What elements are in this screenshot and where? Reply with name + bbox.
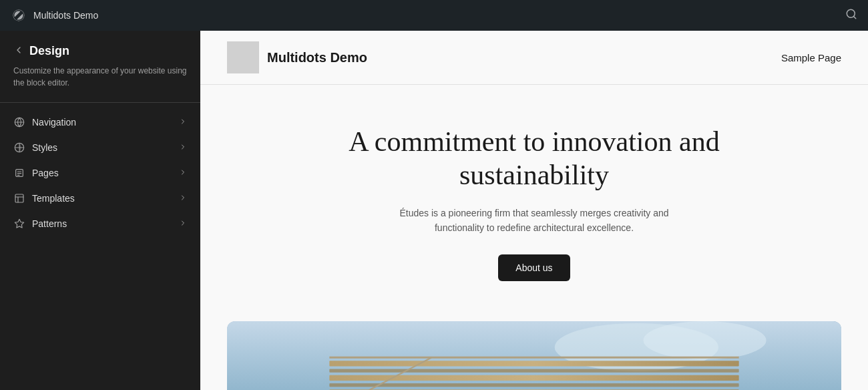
pages-chevron xyxy=(179,168,187,178)
hero-subtitle: Études is a pioneering firm that seamles… xyxy=(394,206,674,236)
wp-logo-icon xyxy=(11,7,27,23)
svg-line-12 xyxy=(853,16,855,18)
sample-page-link[interactable]: Sample Page xyxy=(781,52,841,63)
search-icon[interactable] xyxy=(845,8,857,23)
svg-marker-23 xyxy=(15,219,23,228)
navigation-icon xyxy=(13,116,25,128)
styles-icon xyxy=(13,142,25,154)
sidebar-item-templates[interactable]: Templates xyxy=(0,186,200,211)
sidebar-item-styles[interactable]: Styles xyxy=(0,135,200,160)
architecture-image xyxy=(227,321,841,390)
sidebar-menu: Navigation xyxy=(0,110,200,236)
sidebar: Design Customize the appearance of your … xyxy=(0,31,200,390)
svg-rect-20 xyxy=(15,194,23,202)
hero-title: A commitment to innovation and sustainab… xyxy=(334,125,734,192)
styles-label: Styles xyxy=(32,142,172,153)
site-title: Multidots Demo xyxy=(267,50,781,65)
admin-bar: Multidots Demo xyxy=(0,0,868,31)
navigation-label: Navigation xyxy=(32,117,172,128)
design-description: Customize the appearance of your website… xyxy=(0,65,200,102)
admin-bar-title: Multidots Demo xyxy=(33,10,839,21)
sidebar-item-navigation[interactable]: Navigation xyxy=(0,110,200,135)
site-header: Multidots Demo Sample Page xyxy=(200,31,868,85)
sidebar-item-pages[interactable]: Pages xyxy=(0,160,200,186)
patterns-icon xyxy=(13,218,25,230)
hero-section: A commitment to innovation and sustainab… xyxy=(200,85,868,308)
pages-label: Pages xyxy=(32,168,172,178)
svg-rect-27 xyxy=(329,361,738,366)
svg-rect-30 xyxy=(329,383,738,387)
design-panel-title: Design xyxy=(29,44,69,58)
back-button[interactable] xyxy=(13,45,24,58)
pages-icon xyxy=(13,167,25,179)
svg-point-26 xyxy=(644,321,767,359)
preview-area: Multidots Demo Sample Page A commitment … xyxy=(200,31,868,390)
site-logo xyxy=(227,41,259,73)
templates-label: Templates xyxy=(32,193,172,204)
design-header: Design xyxy=(0,31,200,65)
svg-rect-28 xyxy=(329,369,738,372)
site-preview: Multidots Demo Sample Page A commitment … xyxy=(200,31,868,390)
sidebar-item-patterns[interactable]: Patterns xyxy=(0,211,200,236)
navigation-chevron xyxy=(179,118,187,128)
styles-chevron xyxy=(179,143,187,153)
templates-icon xyxy=(13,192,25,204)
patterns-chevron xyxy=(179,219,187,229)
templates-chevron xyxy=(179,194,187,204)
sidebar-divider xyxy=(0,102,200,103)
patterns-label: Patterns xyxy=(32,218,172,229)
svg-rect-29 xyxy=(329,375,738,380)
about-us-button[interactable]: About us xyxy=(498,254,570,281)
